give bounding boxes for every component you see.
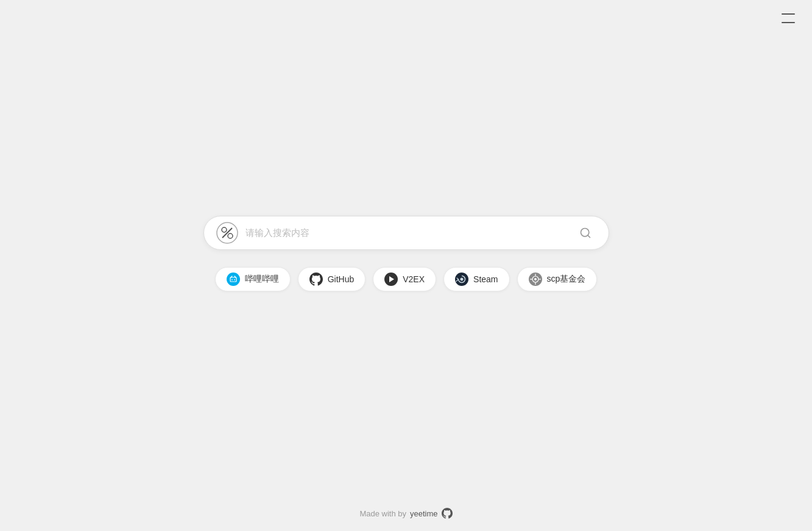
svg-point-20 [534, 278, 537, 280]
bilibili-label: 哔哩哔哩 [245, 274, 279, 285]
svg-line-5 [587, 235, 590, 237]
shortcut-steam[interactable]: Steam [443, 267, 509, 291]
bilibili-icon [227, 273, 240, 286]
logo-svg [216, 222, 238, 244]
shortcut-github[interactable]: GitHub [298, 267, 366, 291]
search-logo [216, 222, 238, 244]
search-input[interactable] [245, 227, 574, 238]
github-label: GitHub [328, 274, 355, 284]
svg-point-2 [222, 227, 227, 232]
steam-label: Steam [473, 274, 498, 284]
v2ex-icon [384, 273, 398, 286]
search-submit-button[interactable] [574, 222, 596, 244]
scp-label: scp基金会 [547, 274, 586, 285]
svg-point-3 [228, 233, 233, 238]
shortcut-bilibili[interactable]: 哔哩哔哩 [215, 267, 291, 291]
footer-brand: yeetime [410, 509, 438, 518]
svg-point-13 [461, 277, 464, 280]
main-content: 哔哩哔哩 GitHub V2EX [0, 0, 812, 507]
search-bar [203, 216, 609, 250]
github-icon [309, 273, 323, 286]
footer-prefix: Made with by [359, 509, 406, 518]
shortcut-v2ex[interactable]: V2EX [373, 267, 436, 291]
v2ex-label: V2EX [403, 274, 425, 284]
footer-github-icon [442, 508, 453, 519]
scp-icon [529, 273, 542, 286]
svg-line-1 [222, 228, 232, 238]
shortcut-scp[interactable]: scp基金会 [517, 267, 598, 291]
shortcuts-row: 哔哩哔哩 GitHub V2EX [215, 267, 598, 291]
steam-icon [455, 273, 468, 286]
footer: Made with by yeetime [0, 508, 812, 519]
svg-point-6 [227, 273, 240, 286]
